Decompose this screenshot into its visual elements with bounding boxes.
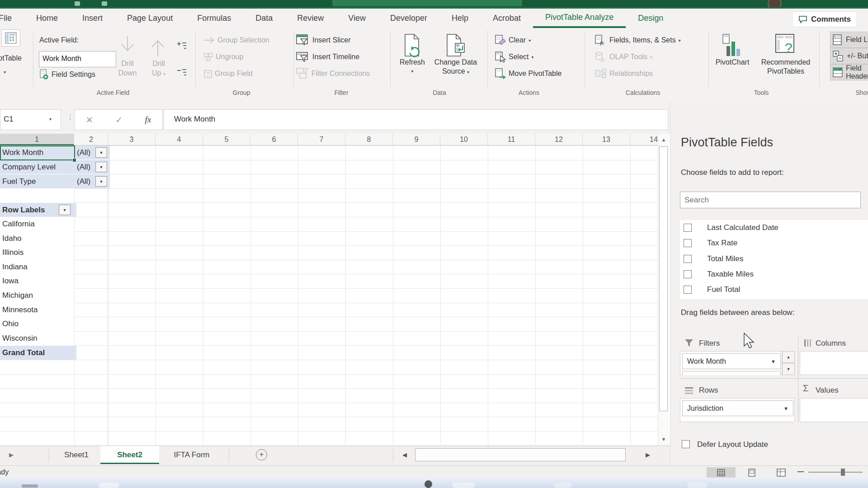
pivottable-button[interactable] <box>1 29 20 47</box>
save-icon[interactable] <box>75 1 80 6</box>
expand-field-icon[interactable] <box>177 42 187 50</box>
pivot-filter-label-cell[interactable]: Company Level <box>0 160 76 174</box>
item-dropdown-icon[interactable]: ▼ <box>783 406 788 411</box>
field-checkbox[interactable] <box>684 270 692 278</box>
column-header-2[interactable]: 2 <box>75 134 108 145</box>
field-checkbox[interactable] <box>684 239 692 247</box>
column-header-6[interactable]: 6 <box>250 134 298 145</box>
field-headers-button[interactable]: Field Headers <box>830 64 868 80</box>
formula-bar-resize-dots[interactable]: ⋮ <box>67 115 69 127</box>
pivot-row-cell[interactable]: Michigan <box>0 288 76 303</box>
page-break-view-button[interactable] <box>770 467 793 478</box>
sheet-tab-ifta-form[interactable]: IFTA Form <box>160 446 223 464</box>
row-labels-dropdown-button[interactable]: ▾ <box>59 205 71 215</box>
grand-total-cell[interactable]: Grand Total <box>0 346 76 360</box>
formula-input[interactable]: Work Month <box>164 109 668 130</box>
column-header-13[interactable]: 13 <box>583 134 630 145</box>
ribbon-tab-home[interactable]: Home <box>24 9 70 28</box>
ribbon-tab-review[interactable]: Review <box>285 9 336 28</box>
filters-scroll-up-button[interactable]: ▲ <box>782 351 795 363</box>
filter-connections-button[interactable]: Filter Connections <box>296 68 370 79</box>
page-layout-view-button[interactable] <box>741 467 763 478</box>
filter-dropdown-button[interactable]: ▾ <box>95 176 107 187</box>
column-header-10[interactable]: 10 <box>440 134 488 145</box>
field-settings-button[interactable]: Field Settings <box>40 69 95 80</box>
column-header-3[interactable]: 3 <box>108 134 156 145</box>
pivotchart-button[interactable]: PivotChart <box>708 33 757 67</box>
field-list-button[interactable]: Field List <box>830 32 868 48</box>
ribbon-tab-file[interactable]: File <box>0 9 24 28</box>
item-dropdown-icon[interactable]: ▼ <box>771 359 776 364</box>
rows-area-box[interactable]: Jurisdiction ▼ <box>680 398 795 422</box>
vertical-scrollbar-thumb[interactable] <box>659 146 668 411</box>
sheet-tab-sheet2[interactable]: Sheet2 <box>100 446 159 464</box>
insert-timeline-button[interactable]: Insert Timeline <box>296 52 359 62</box>
group-selection-button[interactable]: Group Selection <box>204 35 269 46</box>
values-area-box[interactable] <box>800 398 868 422</box>
ribbon-tab-insert[interactable]: Insert <box>70 9 115 28</box>
ribbon-tab-design[interactable]: Design <box>626 9 675 28</box>
plus-minus-buttons-button[interactable]: +/- Buttons <box>830 48 868 64</box>
ribbon-tab-help[interactable]: Help <box>439 9 481 28</box>
field-item[interactable]: Taxable Miles <box>680 267 868 282</box>
normal-view-button[interactable] <box>707 467 736 478</box>
column-header-7[interactable]: 7 <box>298 134 345 145</box>
taskbar-icon[interactable] <box>425 480 432 488</box>
change-data-source-button[interactable]: Change Data Source ▾ <box>430 33 481 77</box>
pivot-row-cell[interactable]: California <box>0 217 76 231</box>
pivot-row-cell[interactable]: Wisconsin <box>0 331 76 346</box>
insert-function-icon[interactable]: fx <box>145 115 151 125</box>
ribbon-tab-view[interactable]: View <box>336 9 378 28</box>
filter-dropdown-button[interactable]: ▾ <box>95 162 107 172</box>
ribbon-tab-page-layout[interactable]: Page Layout <box>115 9 185 28</box>
scroll-up-icon[interactable]: ▲ <box>658 137 669 142</box>
recommended-pivottables-button[interactable]: ? Recommended PivotTables <box>759 33 812 76</box>
column-header-9[interactable]: 9 <box>393 134 440 145</box>
comments-button[interactable]: Comments <box>792 11 857 27</box>
move-pivottable-button[interactable]: Move PivotTable <box>495 68 561 79</box>
collapse-field-icon[interactable] <box>177 69 187 76</box>
zoom-slider-track[interactable] <box>808 472 863 473</box>
ribbon-tab-acrobat[interactable]: Acrobat <box>481 9 533 28</box>
pivot-row-cell[interactable]: Illinois <box>0 245 76 260</box>
scroll-down-icon[interactable]: ▼ <box>658 436 669 442</box>
taskbar-icon[interactable] <box>452 483 475 488</box>
filters-scroll-down-button[interactable]: ▼ <box>782 363 795 375</box>
active-field-input[interactable]: Work Month <box>39 51 116 67</box>
taskbar-icon[interactable] <box>687 483 707 488</box>
name-box[interactable]: C1 ▾ <box>0 109 61 130</box>
enter-icon[interactable]: ✓ <box>115 115 123 125</box>
pivot-row-cell[interactable]: Iowa <box>0 274 76 288</box>
drill-up-icon[interactable] <box>149 35 166 57</box>
pivot-row-cell[interactable]: Idaho <box>0 231 76 246</box>
fill-handle[interactable] <box>72 158 76 162</box>
titlebar-search-box[interactable] <box>332 0 522 6</box>
rows-area-item[interactable]: Jurisdiction ▼ <box>682 400 793 416</box>
pivot-row-cell[interactable]: Minnesota <box>0 303 76 317</box>
column-header-1[interactable]: 1 <box>0 134 74 145</box>
field-item[interactable]: Last Calculated Date <box>680 220 868 235</box>
filters-area-box[interactable]: Work Month ▼ <box>680 351 782 375</box>
refresh-button[interactable]: Refresh ▾ <box>387 33 437 76</box>
olap-tools-button[interactable]: fx OLAP Tools▾ <box>595 52 652 62</box>
vertical-scrollbar[interactable]: ▲ ▼ <box>658 134 669 446</box>
defer-layout-checkbox[interactable] <box>682 440 690 448</box>
filter-dropdown-button[interactable]: ▾ <box>95 147 107 158</box>
ungroup-button[interactable]: Ungroup <box>204 52 243 62</box>
new-sheet-button[interactable]: + <box>256 449 267 460</box>
zoom-out-icon[interactable] <box>797 471 804 472</box>
drill-up-button[interactable]: Drill Up ▾ <box>143 59 175 79</box>
ribbon-tab-data[interactable]: Data <box>243 9 285 28</box>
drill-down-icon[interactable] <box>119 35 136 57</box>
filters-area-item-partial[interactable] <box>682 371 781 375</box>
column-header-8[interactable]: 8 <box>345 134 393 145</box>
sheet-tab-sheet1[interactable]: Sheet1 <box>53 446 99 464</box>
field-item[interactable]: Tax Rate <box>680 235 868 251</box>
taskbar-icon[interactable] <box>554 483 572 488</box>
pivot-row-cell[interactable]: Indiana <box>0 260 76 274</box>
fields-items-sets-button[interactable]: fx Fields, Items, & Sets▾ <box>595 35 681 46</box>
clear-button[interactable]: Clear▾ <box>495 35 531 46</box>
cancel-icon[interactable]: ✕ <box>86 115 93 125</box>
column-header-11[interactable]: 11 <box>488 134 535 145</box>
ribbon-tab-formulas[interactable]: Formulas <box>185 9 243 28</box>
